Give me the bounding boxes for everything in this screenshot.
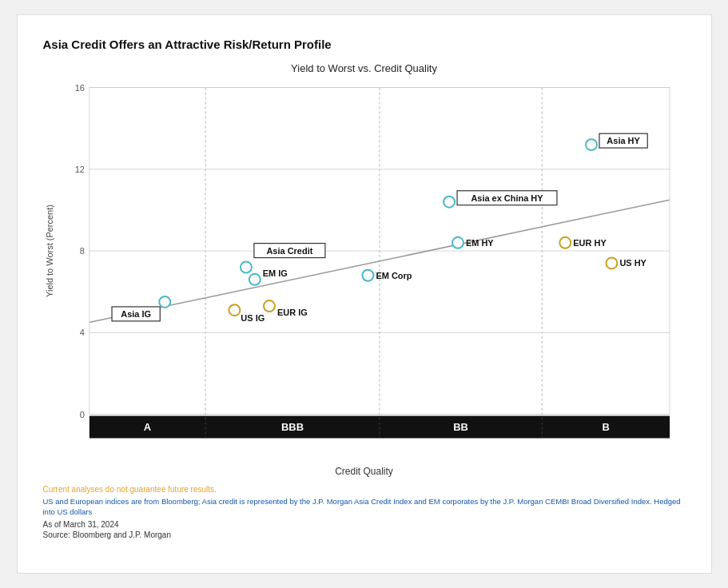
- svg-text:EM Corp: EM Corp: [376, 271, 412, 280]
- svg-text:EUR HY: EUR HY: [573, 238, 607, 248]
- svg-text:EM HY: EM HY: [465, 238, 493, 248]
- footnote-date: As of March 31, 2024: [43, 520, 686, 529]
- svg-text:Asia ex China HY: Asia ex China HY: [471, 193, 543, 203]
- svg-point-40: [559, 237, 571, 248]
- footnote-source: Source: Bloomberg and J.P. Morgan: [43, 530, 686, 539]
- svg-point-33: [362, 270, 373, 281]
- svg-point-24: [229, 304, 240, 316]
- svg-text:Yield to Worst (Percent): Yield to Worst (Percent): [44, 205, 54, 297]
- svg-point-42: [586, 139, 597, 150]
- x-axis-label: Credit Quality: [43, 466, 686, 477]
- svg-text:Asia IG: Asia IG: [121, 309, 151, 319]
- svg-text:A: A: [143, 421, 151, 433]
- svg-point-37: [444, 197, 455, 208]
- svg-point-29: [249, 274, 260, 285]
- svg-text:BB: BB: [453, 421, 468, 433]
- svg-text:4: 4: [79, 328, 84, 337]
- svg-point-45: [606, 257, 617, 268]
- svg-text:EUR IG: EUR IG: [276, 308, 307, 317]
- svg-text:8: 8: [79, 246, 84, 256]
- svg-point-26: [240, 262, 251, 273]
- svg-text:BBB: BBB: [280, 421, 303, 433]
- svg-point-35: [452, 237, 463, 248]
- svg-text:US IG: US IG: [241, 313, 265, 323]
- svg-text:Asia Credit: Asia Credit: [266, 246, 312, 256]
- svg-point-21: [159, 296, 170, 308]
- svg-text:US HY: US HY: [619, 258, 646, 268]
- main-card: Asia Credit Offers an Attractive Risk/Re…: [17, 14, 712, 574]
- footnotes: Current analyses do not guarantee future…: [43, 485, 686, 539]
- chart-title: Asia Credit Offers an Attractive Risk/Re…: [43, 38, 686, 51]
- svg-point-31: [263, 300, 274, 312]
- scatter-chart: ABBBBBB0481216Yield to Worst (Percent)As…: [43, 79, 686, 463]
- svg-text:12: 12: [74, 165, 84, 174]
- footnote-warning: Current analyses do not guarantee future…: [43, 485, 686, 494]
- chart-area: ABBBBBB0481216Yield to Worst (Percent)As…: [43, 79, 686, 463]
- svg-text:16: 16: [74, 83, 84, 93]
- svg-text:EM IG: EM IG: [262, 268, 287, 278]
- chart-subtitle: Yield to Worst vs. Credit Quality: [43, 62, 686, 74]
- footnote-blue: US and European indices are from Bloombe…: [43, 496, 686, 518]
- svg-text:0: 0: [79, 410, 84, 419]
- svg-text:Asia HY: Asia HY: [607, 136, 640, 145]
- svg-text:B: B: [602, 421, 609, 433]
